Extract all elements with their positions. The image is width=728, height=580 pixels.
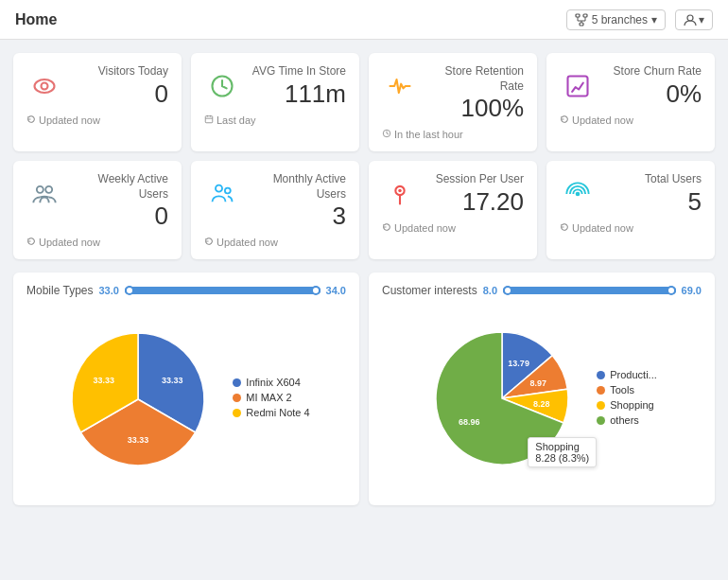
svg-rect-1: [583, 14, 587, 17]
stat-info-visitors-today: Visitors Today 0: [72, 64, 168, 109]
legend-label-2: Redmi Note 4: [246, 407, 309, 418]
stat-label-avg-time: AVG Time In Store: [250, 64, 346, 79]
mobile-types-card: Mobile Types 33.0 34.0 33.3333.3333.33 I…: [13, 272, 359, 505]
stat-label-churn-rate: Store Churn Rate: [605, 64, 702, 79]
legend-dot-0: [597, 371, 605, 379]
stat-info-weekly-active: Weekly Active Users 0: [72, 172, 168, 231]
stat-value-avg-time: 111m: [250, 79, 346, 109]
stat-footer-text-total-users: Updated now: [572, 222, 633, 234]
svg-rect-16: [568, 77, 588, 97]
legend-item-0: Infinix X604: [233, 377, 309, 388]
stat-label-weekly-active: Weekly Active Users: [72, 172, 168, 202]
customer-pie-container: 13.798.978.2868.96 Shopping 8.28 (8.3%): [426, 323, 578, 477]
pie-label-0: 13.79: [509, 359, 530, 368]
stat-info-total-users: Total Users 5: [605, 172, 702, 217]
customer-range-right-thumb[interactable]: [667, 286, 676, 295]
stat-value-weekly-active: 0: [72, 202, 168, 231]
stat-info-session-per-user: Session Per User 17.20: [427, 172, 524, 217]
stat-value-churn-rate: 0%: [605, 79, 702, 109]
mobile-types-header: Mobile Types 33.0 34.0: [26, 284, 346, 297]
stat-footer-icon-weekly-active: [26, 237, 36, 248]
legend-label-2: Shopping: [610, 399, 654, 411]
branches-chevron: ▾: [651, 13, 657, 26]
stat-card-inner: Store Retention Rate 100%: [382, 64, 524, 123]
branches-button[interactable]: 5 branches ▾: [566, 9, 666, 30]
svg-point-9: [42, 83, 48, 90]
tooltip-label: Shopping: [535, 441, 589, 452]
stat-card-retention-rate: Store Retention Rate 100% In the last ho…: [369, 53, 537, 151]
charts-row: Mobile Types 33.0 34.0 33.3333.3333.33 I…: [13, 272, 715, 505]
stat-value-monthly-active: 3: [250, 202, 346, 231]
legend-item-3: others: [597, 414, 657, 426]
pie-label-2: 33.33: [94, 376, 115, 385]
stat-card-inner: Weekly Active Users 0: [26, 172, 168, 231]
stat-info-retention-rate: Store Retention Rate 100%: [427, 64, 524, 123]
svg-point-8: [35, 79, 55, 93]
legend-item-1: Tools: [597, 384, 657, 395]
legend-item-1: MI MAX 2: [233, 392, 309, 403]
customer-range-left-thumb[interactable]: [503, 286, 512, 295]
customer-range-start: 8.0: [483, 285, 497, 296]
svg-rect-0: [576, 14, 580, 17]
stat-icon-avg-time: [204, 68, 240, 104]
legend-item-2: Redmi Note 4: [233, 407, 309, 418]
mobile-range-track[interactable]: [125, 287, 321, 294]
stats-grid: Visitors Today 0 Updated now AVG Time In…: [13, 53, 715, 259]
user-button[interactable]: ▾: [675, 9, 713, 30]
legend-label-0: Infinix X604: [246, 377, 300, 388]
header: Home 5 branches ▾ ▾: [0, 0, 728, 40]
legend-label-1: Tools: [610, 384, 634, 395]
stat-card-churn-rate: Store Churn Rate 0% Updated now: [546, 53, 715, 151]
user-chevron: ▾: [699, 13, 704, 26]
stat-footer-avg-time: Last day: [204, 114, 346, 126]
customer-interests-title: Customer interests: [382, 284, 477, 297]
stat-label-total-users: Total Users: [605, 172, 702, 187]
stat-value-session-per-user: 17.20: [427, 187, 524, 217]
stat-footer-icon-churn-rate: [560, 114, 569, 126]
stat-card-inner: AVG Time In Store 111m: [204, 64, 346, 109]
customer-interests-card: Customer interests 8.0 69.0 13.798.978.2…: [369, 272, 715, 505]
customer-legend: Producti...ToolsShoppingothers: [597, 369, 657, 430]
stat-icon-session-per-user: [382, 176, 418, 212]
legend-label-3: others: [610, 414, 639, 426]
stat-footer-monthly-active: Updated now: [204, 237, 346, 248]
customer-range-end: 69.0: [682, 285, 702, 296]
stat-card-inner: Store Churn Rate 0%: [560, 64, 702, 109]
legend-label-0: Producti...: [610, 369, 657, 380]
stat-icon-retention-rate: [382, 68, 418, 104]
pie-label-1: 8.97: [530, 378, 547, 388]
svg-point-20: [225, 188, 231, 194]
mobile-range-end: 34.0: [326, 285, 346, 296]
pie-label-1: 33.33: [128, 435, 149, 445]
stat-footer-visitors-today: Updated now: [26, 114, 168, 126]
stat-card-inner: Monthly Active Users 3: [204, 172, 346, 231]
stat-footer-icon-avg-time: [204, 114, 214, 126]
stat-info-churn-rate: Store Churn Rate 0%: [605, 64, 702, 109]
stat-card-visitors-today: Visitors Today 0 Updated now: [13, 53, 182, 151]
pie-label-0: 33.33: [162, 376, 183, 385]
stat-footer-text-session-per-user: Updated now: [394, 222, 456, 234]
svg-point-18: [45, 186, 52, 193]
legend-dot-3: [597, 416, 605, 425]
legend-dot-2: [597, 401, 605, 410]
pie-label-3: 68.96: [459, 416, 480, 426]
mobile-range-right-thumb[interactable]: [311, 286, 321, 295]
stat-card-session-per-user: Session Per User 17.20 Updated now: [369, 161, 537, 259]
stat-card-avg-time: AVG Time In Store 111m Last day: [191, 53, 359, 151]
tooltip-value: 8.28 (8.3%): [535, 452, 589, 464]
stat-icon-churn-rate: [560, 68, 596, 104]
stat-footer-text-retention-rate: In the last hour: [394, 129, 463, 140]
legend-item-0: Producti...: [597, 369, 657, 380]
stat-label-monthly-active: Monthly Active Users: [250, 172, 346, 202]
stat-footer-icon-visitors-today: [26, 114, 36, 126]
stat-footer-session-per-user: Updated now: [382, 222, 524, 234]
stat-footer-text-monthly-active: Updated now: [217, 237, 278, 248]
legend-item-2: Shopping: [597, 399, 657, 411]
page-title: Home: [15, 11, 57, 28]
mobile-range-start: 33.0: [98, 285, 118, 296]
stat-footer-weekly-active: Updated now: [26, 237, 168, 248]
stat-footer-churn-rate: Updated now: [560, 114, 702, 126]
customer-range-track[interactable]: [503, 287, 676, 294]
mobile-types-chart-body: 33.3333.3333.33 Infinix X604MI MAX 2Redm…: [26, 305, 346, 494]
mobile-range-left-thumb[interactable]: [125, 286, 134, 295]
